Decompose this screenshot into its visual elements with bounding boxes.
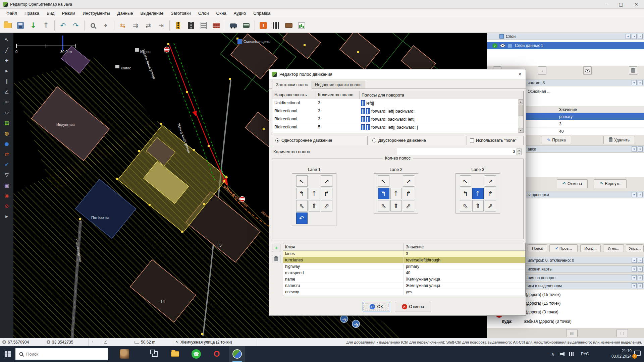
hazard-preset-button[interactable]: !: [257, 19, 269, 32]
lane-preset-1-button[interactable]: ⇆: [117, 19, 129, 32]
panel-close-icon[interactable]: ×: [638, 258, 643, 263]
taskbar-app-opera[interactable]: O: [209, 346, 225, 362]
redo-button[interactable]: ↷: [70, 19, 82, 32]
use-none-option[interactable]: Использовать "none": [467, 136, 524, 145]
turn-option-button[interactable]: ⇗: [485, 200, 496, 212]
presets-scrollbar[interactable]: ▲ ▼: [518, 99, 523, 133]
disabled-page-button[interactable]: ▤: [566, 329, 578, 337]
tag-row[interactable]: lanes 3: [283, 251, 525, 257]
tag-row[interactable]: oneway yes: [283, 289, 525, 295]
turn-option-button[interactable]: ⇖: [460, 200, 471, 212]
turn-option-button[interactable]: ↑: [472, 188, 484, 199]
lane-preset-3-button[interactable]: ⇄: [142, 19, 154, 32]
undo-button[interactable]: ↶: [57, 19, 69, 32]
improve-accuracy-tool[interactable]: ≈: [2, 98, 12, 106]
network-button[interactable]: [567, 346, 576, 362]
expand-tools-arrow-2[interactable]: ▶: [2, 212, 12, 221]
preset-row[interactable]: Bidirectional 3 forward: left| backward:: [272, 107, 518, 115]
chart-preset-button[interactable]: [296, 19, 308, 32]
taskbar-app-explorer[interactable]: [167, 346, 183, 362]
crossing-preset-button[interactable]: [198, 19, 210, 32]
panel-close-icon[interactable]: ×: [638, 80, 643, 85]
tab-recent-lane-edits[interactable]: Недавние правки полос: [311, 81, 365, 89]
twoway-option[interactable]: Двустороннее движение: [369, 136, 465, 145]
validation-check-button[interactable]: ✔Пров...: [549, 244, 578, 252]
add-tag-button[interactable]: +: [272, 244, 280, 252]
extrude-tool[interactable]: ▱: [2, 108, 12, 117]
turn-option-button[interactable]: ⇗: [403, 200, 414, 212]
key-header[interactable]: Ключ: [283, 243, 404, 250]
bus-preset-button[interactable]: [240, 19, 252, 32]
tray-expand-button[interactable]: ∧: [548, 346, 557, 362]
select-tool[interactable]: ↖: [2, 36, 12, 44]
download-data-button[interactable]: ↓: [27, 19, 39, 32]
language-indicator[interactable]: РУС: [578, 346, 592, 362]
move-layer-down-button[interactable]: ↓: [538, 66, 546, 75]
close-button[interactable]: ✕: [629, 0, 644, 8]
bridge-preset-button[interactable]: [283, 19, 295, 32]
menu-item[interactable]: Аудио: [230, 9, 250, 17]
tag-row[interactable]: name Жемчужная улица: [283, 276, 525, 283]
taskbar-app-whatsapp[interactable]: ☎: [188, 346, 204, 362]
menu-item[interactable]: Инструменты: [79, 9, 114, 17]
task-view-button[interactable]: [147, 346, 163, 362]
panel-close-icon[interactable]: ×: [638, 275, 643, 280]
undo-command-button[interactable]: ↶ Отмена: [557, 179, 588, 188]
list-item[interactable]: жебная (дорога) (3 точки): [524, 319, 572, 324]
barrier-preset-button[interactable]: [210, 19, 222, 32]
draw-way-tool[interactable]: ╱: [2, 46, 12, 54]
expand-tools-arrow[interactable]: ▶: [2, 67, 12, 75]
preset-row[interactable]: Bidirectional 5 forward: left|| backward…: [272, 123, 518, 131]
turn-option-button[interactable]: ↖: [296, 175, 308, 187]
turn-option-button[interactable]: ↰: [378, 188, 389, 199]
tab-lane-presets[interactable]: Заготовки полос: [272, 81, 312, 89]
delete-layer-button[interactable]: [629, 66, 637, 75]
turn-option-button[interactable]: ⇖: [378, 200, 389, 212]
zoom-selection-button[interactable]: ⌖: [100, 19, 112, 32]
map-style-tool[interactable]: ▦: [2, 119, 12, 127]
panel-dock-icon[interactable]: ▾: [632, 275, 637, 280]
zoom-button[interactable]: [87, 19, 99, 32]
car-preset-button[interactable]: [227, 19, 239, 32]
validation-fix-button[interactable]: Испр...: [580, 244, 601, 252]
edit-tag-button[interactable]: ✎ Правка: [542, 136, 571, 144]
oneway-option[interactable]: Одностороннее движение: [272, 136, 368, 145]
plugins-tool[interactable]: ▣: [2, 181, 12, 189]
start-button[interactable]: [0, 346, 15, 362]
layers-panel-header[interactable]: Слои ▾▪×: [487, 33, 644, 40]
col-direction[interactable]: Направленность: [272, 91, 316, 99]
layer-visibility-icon[interactable]: [500, 44, 505, 47]
panel-dock-icon[interactable]: ▾: [632, 80, 637, 85]
fuel-preset-button[interactable]: [270, 19, 282, 32]
turn-option-button[interactable]: ↱: [321, 188, 332, 199]
draw-node-tool[interactable]: +: [2, 56, 12, 65]
turn-option-button[interactable]: ↶: [296, 213, 308, 224]
menu-item[interactable]: Слои: [195, 9, 213, 17]
menu-item[interactable]: Заготовки: [167, 9, 194, 17]
validation-search-button[interactable]: Поиск: [528, 244, 547, 252]
menu-item[interactable]: Данные: [114, 9, 137, 17]
radio-icon[interactable]: [372, 138, 376, 142]
taskbar-app-josm[interactable]: [229, 346, 245, 362]
turn-option-button[interactable]: ↰: [460, 188, 471, 199]
ok-button[interactable]: ↵ ОК: [363, 302, 390, 311]
panel-dock-icon[interactable]: ▾: [632, 266, 637, 272]
lanes-preset-button[interactable]: [185, 19, 197, 32]
save-button[interactable]: [14, 19, 26, 32]
turn-option-button[interactable]: ↗: [321, 175, 332, 187]
scroll-thumb[interactable]: [519, 105, 523, 116]
redo-command-button[interactable]: ↷ Вернуть: [594, 179, 627, 188]
panel-dock-icon[interactable]: ▾: [632, 146, 637, 152]
globe-tool[interactable]: ●: [2, 139, 12, 148]
turn-option-button[interactable]: ⇑: [472, 200, 484, 212]
turn-option-button[interactable]: ⇑: [309, 200, 320, 212]
preset-row[interactable]: Bidirectional 3 forward: backward: left|: [272, 115, 518, 123]
validate-tool[interactable]: ✔: [2, 160, 12, 169]
panel-close-icon[interactable]: ×: [638, 146, 643, 152]
layer-visibility-button[interactable]: [583, 66, 592, 75]
dialog-close-icon[interactable]: ×: [514, 69, 526, 79]
delete-tag-button[interactable]: [272, 255, 280, 263]
taskbar-search[interactable]: [15, 348, 108, 360]
parallel-way-tool[interactable]: ∥: [2, 77, 12, 85]
upload-data-button[interactable]: ↑: [40, 19, 52, 32]
